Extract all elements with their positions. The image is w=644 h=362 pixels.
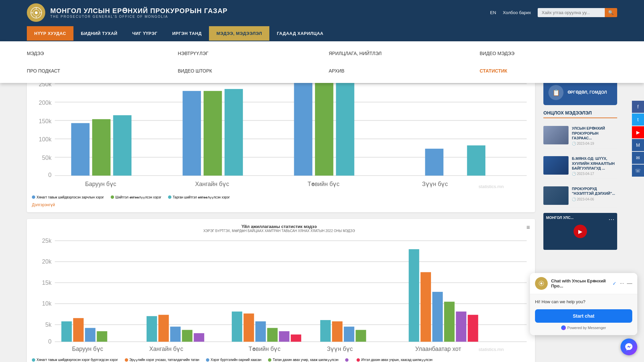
news-item-1[interactable]: УЛСЫН ЕРӨНХИЙ ПРОКУРОРЫН ГАЗРААС... 🕐202… [543,123,617,148]
messenger-float-btn[interactable] [621,338,637,355]
svg-text:Баруун бүс: Баруун бүс [85,181,116,187]
news-content-1: УЛСЫН ЕРӨНХИЙ ПРОКУРОРЫН ГАЗРААС... 🕐202… [572,126,617,145]
svg-rect-67 [356,330,366,342]
legend-item-3: Тарган шийтгэл өмгөөлүүлсэн хэрэг [168,195,230,199]
svg-text:Хангайн бүс: Хангайн бүс [195,181,229,187]
chart2-legend-3: Хэрэг буртгэлийн оарний хаасан [206,358,261,362]
svg-text:Баруун бүс: Баруун бүс [72,346,103,352]
svg-rect-31 [467,145,485,176]
news-title-2: Б.МЯНХ-ОД: ШҮҮХ, ХУУЛИЙН ХЯНААЛТЫН БАЙГУ… [572,156,617,171]
video-more-btn[interactable]: ⋯ [608,216,614,223]
svg-text:Зүүн бүс: Зүүн бүс [327,346,353,352]
dropdown-item-video-news[interactable]: ВИДЕО МЭДЭЭ [480,48,617,59]
facebook-btn[interactable]: f [632,101,644,113]
svg-rect-69 [421,272,431,342]
start-chat-button[interactable]: Start chat [535,309,632,323]
dropdown-item-podcast[interactable]: ПРО ПОДКАСТ [27,65,164,76]
dropdown-item-video-short[interactable]: ВИДЕО ШТОРК [178,65,315,76]
chart1-more-link[interactable]: Дэлгэрэнгүй [32,202,530,207]
messenger-icon [561,325,566,330]
mail2-btn[interactable]: ✉ [632,152,644,164]
chart2-menu-btn[interactable]: ≡ [526,224,530,231]
svg-rect-61 [267,328,277,342]
dropdown-item-interview[interactable]: ЯРИЛЦЛАГА, НИЙТЛЭЛ [329,48,466,59]
svg-text:0: 0 [48,172,52,178]
chat-avatar [535,277,548,290]
svg-rect-57 [194,333,204,342]
header-logo: МОНГОЛ УЛСЫН ЕРӨНХИЙ ПРОКУРОРЫН ГАЗАР TH… [27,3,227,22]
svg-rect-54 [158,315,169,342]
svg-text:0: 0 [48,338,52,345]
svg-text:Төвийн бүс: Төвийн бүс [308,181,339,187]
chat-body: Hi! How can we help you? Start chat Powe… [530,294,637,335]
news-title-1: УЛСЫН ЕРӨНХИЙ ПРОКУРОРЫН ГАЗРААС... [572,126,617,140]
svg-rect-25 [204,91,222,176]
chat-verified-icon: ✓ [612,281,616,286]
news-date-3: 🕐2023-04-06 [572,197,617,201]
youtube-btn[interactable]: ▶ [632,126,644,138]
svg-rect-27 [294,75,313,176]
phone-btn[interactable]: ☏ [632,165,644,177]
svg-rect-24 [182,91,201,176]
svg-rect-59 [244,313,254,342]
chat-name: Chat with Улсын Ерөнхий Про... [551,278,609,288]
svg-text:20k: 20k [42,258,52,265]
chat-minimize-btn[interactable]: — [627,280,632,286]
news-title-3: ПРОКУРОРУД "НЭЭЛТТЭЙ ДЭЛХИЙ"... [572,186,617,196]
news-thumb-img-3 [543,186,569,205]
dropdown-item-statistics[interactable]: СТАТИСТИК [480,65,617,76]
chart2-title: Үйл ажиллагааны статистик мэдээ ХЭРЭГ БҮ… [32,224,526,233]
chart2-legend-1: Хянагт тавьж шийдвэрлэсэн хэрэг буртгэгд… [32,358,118,362]
svg-rect-30 [425,149,443,176]
svg-rect-29 [336,71,355,176]
svg-rect-53 [147,316,157,342]
search-input[interactable] [538,8,605,17]
nav-item-about[interactable]: БИДНИЙ ТУХАЙ [73,26,125,41]
chat-header: Chat with Улсын Ерөнхий Про... ✓ ··· — [530,273,637,294]
svg-rect-73 [468,315,478,342]
svg-rect-70 [432,292,443,342]
nav-item-citizen[interactable]: ИРГЭН ТАНД [165,26,209,41]
charts-area: ≡ 300k 250k 200k 150k 100k 50k 0 [27,48,535,362]
news-date-2: 🕐2023-04-17 [572,172,617,176]
svg-rect-49 [61,321,72,342]
news-thumb-2 [543,156,569,175]
header: МОНГОЛ УЛСЫН ЕРӨНХИЙ ПРОКУРОРЫН ГАЗАР TH… [0,0,644,25]
nav-item-function[interactable]: ЧИГ ҮҮРЭГ [125,26,165,41]
dropdown-item-archive[interactable]: АРХИВ [329,65,466,76]
contact-link[interactable]: Холбоо барих [503,10,531,15]
svg-rect-62 [279,331,289,342]
petition-card-text: ӨРГӨДӨЛ, ГОМДОЛ [568,90,607,95]
main-nav: НҮҮР ХУУДАС БИДНИЙ ТУХАЙ ЧИГ ҮҮРЭГ ИРГЭН… [0,25,644,41]
mail1-btn[interactable]: M [632,139,644,151]
svg-text:50k: 50k [42,154,52,161]
svg-rect-21 [71,123,90,176]
svg-rect-60 [255,321,266,342]
news-item-2[interactable]: Б.МЯНХ-ОД: ШҮҮХ, ХУУЛИЙН ХЯНААЛТЫН БАЙГУ… [543,153,617,179]
svg-text:Улаанбаатар хот: Улаанбаатар хот [415,346,461,352]
twitter-btn[interactable]: t [632,114,644,126]
legend-item-2: Шийтгэл өмгөөлүүлсэн хэрэг [111,195,161,199]
play-button[interactable]: ▶ [574,225,587,238]
news-item-3[interactable]: ПРОКУРОРУД "НЭЭЛТТЭЙ ДЭЛХИЙ"... 🕐2023-04… [543,184,617,208]
chat-greeting: Hi! How can we help you? [535,299,632,304]
svg-rect-68 [409,249,419,342]
svg-text:25k: 25k [42,237,52,244]
language-toggle[interactable]: EN [490,10,496,15]
video-thumb[interactable]: МОНГОЛ УЛС... ▶ ⋯ [543,213,617,250]
sidebar-card-petition[interactable]: 📋 ӨРГӨДӨЛ, ГОМДОЛ [543,80,617,105]
news-content-2: Б.МЯНХ-ОД: ШҮҮХ, ХУУЛИЙН ХЯНААЛТЫН БАЙГУ… [572,156,617,176]
svg-rect-72 [456,311,466,342]
nav-item-news[interactable]: МЭДЭЭ, МЭДЭЭЛЭЛ [209,26,269,41]
logo-icon[interactable] [27,3,45,22]
dropdown-item-news[interactable]: МЭДЭЭ [27,48,164,59]
search-button[interactable]: 🔍 [605,8,617,17]
svg-rect-28 [315,71,333,176]
nav-item-foreign[interactable]: ГАДААД ХАРИЛЦАА [269,26,331,41]
nav-item-home[interactable]: НҮҮР ХУУДАС [27,26,73,41]
chat-more-btn[interactable]: ··· [620,280,624,286]
header-title-en: THE PROSECUTOR GENERAL'S OFFICE OF MONGO… [50,15,227,18]
legend-item-1: Хянагт тавьж шийдвэрлэсэн зарчлын хэрэг [32,195,104,199]
svg-rect-58 [232,311,242,342]
dropdown-item-broadcast[interactable]: НЭВТРҮҮЛЭГ [178,48,315,59]
